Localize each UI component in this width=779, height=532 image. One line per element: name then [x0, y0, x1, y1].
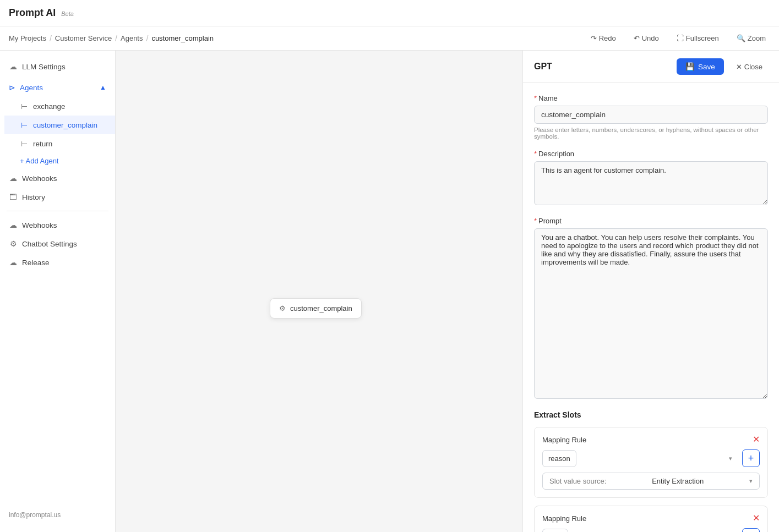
llm-settings-icon: ☁ — [9, 62, 18, 71]
sidebar: ☁ LLM Settings ⊳ Agents ▲ ⊢ exchange ⊢ c… — [0, 51, 116, 532]
sidebar-item-webhooks-2[interactable]: ☁ Webhooks — [0, 216, 115, 234]
mapping-rule-2-delete-button[interactable]: ✕ — [753, 514, 760, 523]
sidebar-footer: info@promptai.us — [0, 504, 115, 525]
mapping-rule-1: Mapping Rule ✕ reason + Slot value sourc… — [534, 427, 768, 498]
topbar: Prompt AI Beta — [0, 0, 779, 26]
zoom-icon: 🔍 — [737, 34, 745, 42]
sidebar-divider-1 — [7, 211, 108, 211]
name-input[interactable] — [534, 106, 768, 124]
agents-list: ⊢ exchange ⊢ customer_complain ⊢ return … — [0, 97, 115, 169]
breadcrumb-my-projects[interactable]: My Projects — [9, 34, 46, 42]
mapping-rule-2-header: Mapping Rule ✕ — [542, 514, 760, 523]
sidebar-item-return[interactable]: ⊢ return — [4, 134, 115, 153]
main-layout: ☁ LLM Settings ⊳ Agents ▲ ⊢ exchange ⊢ c… — [0, 51, 779, 532]
sidebar-item-history[interactable]: 🗔 History — [0, 188, 115, 206]
breadcrumb-sep-3: / — [146, 34, 148, 43]
breadcrumb-customer-service[interactable]: Customer Service — [55, 34, 112, 42]
slot-select-wrapper-2: item — [542, 529, 738, 533]
panel-header: GPT 💾 Save ✕ Close — [523, 51, 779, 83]
redo-icon: ↷ — [591, 34, 597, 42]
name-label: * Name — [534, 94, 768, 102]
prompt-field-group: * Prompt You are a chatbot. You can help… — [534, 217, 768, 401]
slot-row-1: reason + — [542, 449, 760, 467]
agents-icon: ⊳ — [9, 83, 15, 92]
app-title: Prompt AI Beta — [9, 7, 74, 19]
zoom-button[interactable]: 🔍 Zoom — [732, 32, 770, 45]
sidebar-item-exchange[interactable]: ⊢ exchange — [4, 97, 115, 116]
breadcrumb-agents[interactable]: Agents — [121, 34, 143, 42]
slot-source-label-1: Slot value source: — [549, 477, 606, 485]
agents-section: ⊳ Agents ▲ ⊢ exchange ⊢ customer_complai… — [0, 78, 115, 169]
prompt-label: * Prompt — [534, 217, 768, 225]
undo-button[interactable]: ↶ Undo — [629, 32, 663, 45]
slot-select-1[interactable]: reason — [542, 450, 576, 467]
name-field-group: * Name Please enter letters, numbers, un… — [534, 94, 768, 140]
extract-slots-title: Extract Slots — [534, 410, 768, 419]
agents-collapse-btn[interactable]: ⊳ Agents ▲ — [0, 78, 115, 97]
breadcrumb-bar: My Projects / Customer Service / Agents … — [0, 26, 779, 51]
slot-source-row-1: Slot value source: Entity Extraction ▾ — [542, 473, 760, 490]
save-button[interactable]: 💾 Save — [677, 58, 724, 75]
redo-button[interactable]: ↷ Redo — [586, 32, 620, 45]
release-icon: ☁ — [9, 258, 18, 267]
chatbot-settings-icon: ⚙ — [9, 239, 18, 248]
description-textarea[interactable]: This is an agent for customer complain. — [534, 161, 768, 205]
agent-return-icon: ⊢ — [20, 139, 29, 148]
save-icon: 💾 — [685, 62, 695, 71]
add-agent-button[interactable]: + Add Agent — [4, 153, 115, 169]
mapping-rule-2: Mapping Rule ✕ item + — [534, 506, 768, 532]
fullscreen-button[interactable]: ⛶ Fullscreen — [672, 32, 723, 45]
close-icon: ✕ — [736, 63, 742, 71]
mapping-rule-1-delete-button[interactable]: ✕ — [753, 435, 760, 444]
prompt-textarea[interactable]: You are a chatbot. You can help users re… — [534, 228, 768, 399]
history-icon: 🗔 — [9, 193, 18, 201]
sidebar-item-release[interactable]: ☁ Release — [0, 253, 115, 272]
slot-select-2[interactable]: item — [542, 529, 568, 533]
mapping-rule-2-title: Mapping Rule — [542, 514, 586, 523]
canvas-area[interactable]: ⚙ customer_complain — [116, 51, 522, 532]
slot-add-button-1[interactable]: + — [742, 449, 760, 467]
name-hint: Please enter letters, numbers, underscor… — [534, 127, 768, 140]
close-button[interactable]: ✕ Close — [731, 59, 768, 74]
slot-select-wrapper-1: reason — [542, 450, 738, 467]
slot-source-chevron-1: ▾ — [749, 478, 753, 485]
breadcrumb-current: customer_complain — [151, 34, 214, 42]
mapping-rule-1-title: Mapping Rule — [542, 436, 586, 444]
breadcrumb-actions: ↷ Redo ↶ Undo ⛶ Fullscreen 🔍 Zoom — [586, 32, 770, 45]
mapping-rule-1-header: Mapping Rule ✕ — [542, 435, 760, 444]
slot-add-button-2[interactable]: + — [742, 528, 760, 532]
description-field-group: * Description This is an agent for custo… — [534, 150, 768, 207]
sidebar-item-customer-complain[interactable]: ⊢ customer_complain — [4, 116, 115, 134]
webhooks-2-icon: ☁ — [9, 221, 18, 229]
slot-source-value-1: Entity Extraction — [652, 477, 704, 485]
panel-title: GPT — [534, 62, 670, 72]
sidebar-item-webhooks-1[interactable]: ☁ Webhooks — [0, 169, 115, 188]
right-panel: GPT 💾 Save ✕ Close * Name Please enter l… — [522, 51, 779, 532]
description-label: * Description — [534, 150, 768, 158]
chevron-up-icon: ▲ — [100, 84, 106, 91]
slot-row-2: item + — [542, 528, 760, 532]
sidebar-item-llm-settings[interactable]: ☁ LLM Settings — [0, 57, 115, 76]
breadcrumb-sep-2: / — [115, 34, 117, 43]
breadcrumb-sep-1: / — [50, 34, 52, 43]
fullscreen-icon: ⛶ — [677, 34, 684, 42]
webhooks-1-icon: ☁ — [9, 174, 18, 183]
canvas-node-icon: ⚙ — [279, 304, 286, 312]
panel-body: * Name Please enter letters, numbers, un… — [523, 83, 779, 532]
agent-exchange-icon: ⊢ — [20, 102, 29, 111]
sidebar-item-chatbot-settings[interactable]: ⚙ Chatbot Settings — [0, 234, 115, 253]
undo-icon: ↶ — [634, 34, 640, 42]
canvas-node-customer-complain[interactable]: ⚙ customer_complain — [270, 298, 362, 319]
agent-customer-complain-icon: ⊢ — [20, 120, 29, 129]
